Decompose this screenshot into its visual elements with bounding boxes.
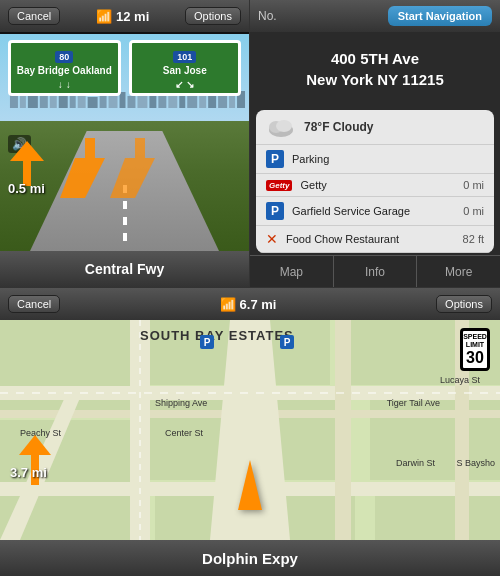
map-options-button[interactable]: Options	[436, 295, 492, 313]
highway-signs: 80 Bay Bridge Oakland ↓ ↓ 101 San Jose ↙…	[0, 34, 249, 102]
info-card: 78°F Cloudy P Parking Getty Getty 0 mi P…	[256, 110, 494, 253]
navigation-cone	[238, 460, 262, 510]
svg-marker-52	[19, 435, 51, 455]
sign-name-1: Bay Bridge Oakland	[15, 65, 114, 77]
speed-limit-text: SPEED LIMIT	[463, 333, 487, 350]
nav-options-button[interactable]: Options	[185, 7, 241, 25]
poi-row-getty: Getty Getty 0 mi	[256, 174, 494, 197]
sign-arrows-2: ↙ ↘	[136, 79, 235, 90]
parking-marker-2: P	[280, 335, 294, 349]
speed-limit-num: 30	[463, 350, 487, 366]
weather-row: 78°F Cloudy	[256, 110, 494, 145]
bottom-tabs: Map Info More	[250, 255, 500, 287]
map-header: Cancel 📶 6.7 mi Options	[0, 288, 500, 320]
street-sbaysho: S Baysho	[456, 458, 495, 468]
shield-1: 80	[55, 51, 73, 63]
turn-distance-label: 0.5 mi	[8, 181, 45, 196]
street-center: Center St	[165, 428, 203, 438]
svg-marker-24	[60, 138, 105, 198]
map-footer: Dolphin Expy	[0, 540, 500, 576]
map-distance-info: 📶 6.7 mi	[220, 297, 276, 312]
start-navigation-button[interactable]: Start Navigation	[388, 6, 492, 26]
poi-dist-getty: 0 mi	[463, 179, 484, 191]
nav-3d-panel: Cancel 📶 12 mi Options 80 Bay Bridge Oak…	[0, 0, 250, 288]
tab-map[interactable]: Map	[250, 255, 334, 287]
street-tiger-tail: Tiger Tail Ave	[387, 398, 440, 408]
sign-arrows-1: ↓ ↓	[15, 79, 114, 90]
parking-marker-1: P	[200, 335, 214, 349]
poi-dist-food: 82 ft	[463, 233, 484, 245]
turn-arrow-svg	[15, 430, 55, 490]
poi-row-garfield: P Garfield Service Garage 0 mi	[256, 197, 494, 226]
poi-name-food: Food Chow Restaurant	[286, 233, 455, 245]
poi-name-parking: Parking	[292, 153, 476, 165]
nav-distance-icon: 📶	[96, 9, 112, 24]
nav-distance: 📶 12 mi	[96, 9, 149, 24]
weather-icon	[266, 116, 296, 138]
highway-sign-1: 80 Bay Bridge Oakland ↓ ↓	[8, 40, 121, 96]
svg-rect-40	[375, 490, 500, 540]
shield-2: 101	[173, 51, 196, 63]
svg-marker-27	[10, 141, 44, 161]
nav-cancel-button[interactable]: Cancel	[8, 7, 60, 25]
tab-info[interactable]: Info	[334, 255, 418, 287]
info-header: No. Start Navigation	[250, 0, 500, 32]
poi-name-garfield: Garfield Service Garage	[292, 205, 455, 217]
getty-logo: Getty	[266, 180, 292, 191]
map-cancel-button[interactable]: Cancel	[8, 295, 60, 313]
highway-sign-2: 101 San Jose ↙ ↘	[129, 40, 242, 96]
poi-row-food: ✕ Food Chow Restaurant 82 ft	[256, 226, 494, 253]
parking-icon-2: P	[266, 202, 284, 220]
map-turn-distance: 3.7 mi	[10, 465, 47, 480]
svg-rect-45	[335, 320, 351, 540]
map-2d-panel: Cancel 📶 6.7 mi Options	[0, 288, 500, 576]
map-scene: SOUTH BAY ESTATES SPEED LIMIT 30 Lucaya …	[0, 320, 500, 540]
tab-more[interactable]: More	[417, 255, 500, 287]
map-street-name: Dolphin Expy	[202, 550, 298, 567]
street-lucaya: Lucaya St	[440, 375, 480, 385]
food-icon: ✕	[266, 231, 278, 247]
address-line2: New York NY 11215	[258, 69, 492, 90]
sign-name-2: San Jose	[136, 65, 235, 77]
address-section: 400 5TH Ave New York NY 11215	[250, 32, 500, 106]
weather-text: 78°F Cloudy	[304, 120, 373, 134]
address-line1: 400 5TH Ave	[258, 48, 492, 69]
info-no-label: No.	[258, 9, 277, 23]
street-name-label: Central Fwy	[0, 251, 249, 287]
speed-limit-sign: SPEED LIMIT 30	[460, 328, 490, 371]
svg-point-30	[276, 120, 292, 132]
poi-dist-garfield: 0 mi	[463, 205, 484, 217]
info-panel: No. Start Navigation 400 5TH Ave New Yor…	[250, 0, 500, 288]
neighborhood-label: SOUTH BAY ESTATES	[140, 328, 294, 343]
street-shipping: Shipping Ave	[155, 398, 207, 408]
street-darwin: Darwin St	[396, 458, 435, 468]
poi-row-parking: P Parking	[256, 145, 494, 174]
nav-header: Cancel 📶 12 mi Options	[0, 0, 249, 32]
svg-marker-25	[110, 138, 155, 198]
poi-name-getty: Getty	[300, 179, 455, 191]
parking-icon: P	[266, 150, 284, 168]
signal-icon: 📶	[220, 297, 240, 312]
